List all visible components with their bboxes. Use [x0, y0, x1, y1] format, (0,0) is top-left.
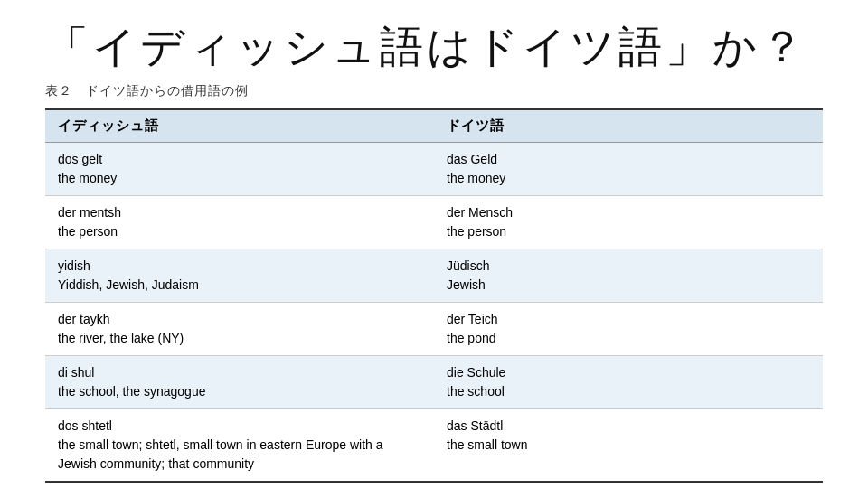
header-german: ドイツ語 [434, 109, 823, 143]
cell-german: das Geld the money [434, 143, 823, 196]
page-title: 「イディッシュ語はドイツ語」か？ [45, 18, 823, 76]
cell-yiddish: dos shtetl the small town; shtetl, small… [45, 409, 434, 483]
table-row: dos shtetl the small town; shtetl, small… [45, 409, 823, 483]
table-header-row: イディッシュ語 ドイツ語 [45, 109, 823, 143]
cell-german: der Mensch the person [434, 196, 823, 249]
vocabulary-table: イディッシュ語 ドイツ語 dos gelt the moneydas Geld … [45, 108, 823, 483]
table-caption: 表２ ドイツ語からの借用語の例 [45, 83, 823, 99]
table-row: der mentsh the personder Mensch the pers… [45, 196, 823, 249]
table-row: der taykh the river, the lake (NY)der Te… [45, 303, 823, 356]
header-yiddish: イディッシュ語 [45, 109, 434, 143]
cell-german: Jüdisch Jewish [434, 249, 823, 303]
table-row: yidish Yiddish, Jewish, JudaismJüdisch J… [45, 249, 823, 303]
cell-yiddish: yidish Yiddish, Jewish, Judaism [45, 249, 434, 303]
cell-german: der Teich the pond [434, 303, 823, 356]
cell-yiddish: dos gelt the money [45, 143, 434, 196]
cell-german: das Städtl the small town [434, 409, 823, 483]
cell-german: die Schule the school [434, 356, 823, 409]
cell-yiddish: der mentsh the person [45, 196, 434, 249]
table-row: di shul the school, the synagoguedie Sch… [45, 356, 823, 409]
table-row: dos gelt the moneydas Geld the money [45, 143, 823, 196]
cell-yiddish: di shul the school, the synagogue [45, 356, 434, 409]
cell-yiddish: der taykh the river, the lake (NY) [45, 303, 434, 356]
